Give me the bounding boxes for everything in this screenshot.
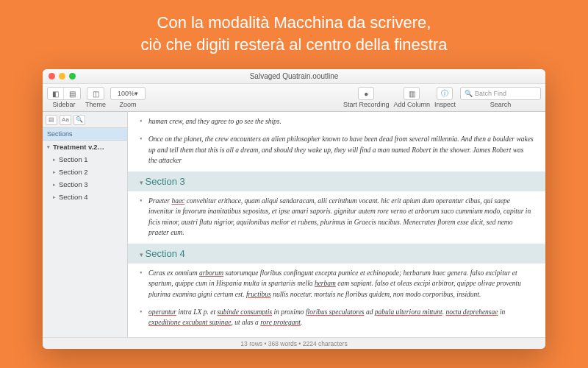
paragraph: Once on the planet, the crew encounters …: [128, 131, 545, 170]
spellcheck-underline: expeditione excubant supinae: [148, 319, 231, 326]
outline-tree: Treatment v.2… Section 1 Section 2 Secti…: [43, 141, 127, 203]
spellcheck-underline: floribus speculatores: [306, 308, 365, 316]
microphone-icon[interactable]: ●: [358, 87, 374, 100]
paragraph: human crew, and they agree to go see the…: [128, 112, 545, 131]
sidebar-label: Sidebar: [52, 101, 75, 108]
tree-item[interactable]: Section 3: [43, 178, 127, 191]
inspect-button[interactable]: ⓘ: [437, 87, 453, 100]
section-header: Section 3: [128, 171, 545, 191]
find-icon[interactable]: 🔍: [74, 115, 85, 125]
record-label: Start Recording: [343, 101, 390, 108]
paragraph: operantur intra LX p. et subinde consump…: [128, 304, 545, 333]
theme-label: Theme: [85, 101, 106, 108]
add-column-button[interactable]: ▥: [404, 87, 420, 100]
sidebar: ▤ Aa 🔍 Sections Treatment v.2… Section 1…: [43, 112, 128, 337]
editor-content[interactable]: human crew, and they agree to go see the…: [128, 112, 545, 337]
styles-view-icon[interactable]: Aa: [60, 115, 71, 125]
toolbar: ◧ ▤ Sidebar ◫ Theme 100% ▾ Zoom ● Start …: [43, 84, 545, 112]
addcol-label: Add Column: [393, 101, 430, 108]
tree-item[interactable]: Section 1: [43, 153, 127, 166]
zoom-select[interactable]: 100% ▾: [110, 87, 146, 100]
tree-item-root[interactable]: Treatment v.2…: [43, 141, 127, 153]
window-title: Salvaged Quatrain.ooutline: [43, 72, 545, 80]
sidebar-header: Sections: [43, 128, 127, 141]
sidebar-tools: ▤ Aa 🔍: [43, 112, 127, 128]
spellcheck-underline: arborum: [199, 269, 223, 277]
tree-item[interactable]: Section 4: [43, 191, 127, 203]
spellcheck-underline: rore protegant: [260, 319, 301, 326]
sidebar-mode-button[interactable]: ▤: [64, 88, 80, 99]
search-icon: 🔍: [465, 90, 473, 97]
app-window: Salvaged Quatrain.ooutline ◧ ▤ Sidebar ◫…: [43, 69, 545, 349]
paragraph: Praeter haec convehitur erithace, quam a…: [128, 193, 545, 242]
spellcheck-underline: noctu deprehensae: [445, 308, 498, 316]
sidebar-toggle-button[interactable]: ◧: [48, 88, 64, 99]
spellcheck-underline: subinde consumptis: [217, 308, 272, 316]
status-bar: 13 rows • 368 words • 2224 characters: [43, 337, 545, 349]
promo-line1: Con la modalità Macchina da scrivere,: [29, 12, 559, 34]
paragraph: Ceras ex omnium arborum satorumque flori…: [128, 265, 545, 304]
theme-button[interactable]: ◫: [87, 88, 104, 99]
inspect-label: Inspect: [434, 101, 456, 108]
status-text: 13 rows • 368 words • 2224 characters: [240, 340, 347, 347]
search-input[interactable]: 🔍 Batch Find: [460, 87, 541, 100]
spellcheck-underline: fructibus: [246, 291, 271, 298]
spellcheck-underline: pabula ulteriora mittunt: [375, 308, 442, 316]
zoom-label: Zoom: [120, 101, 137, 108]
sections-view-icon[interactable]: ▤: [46, 115, 57, 125]
spellcheck-underline: haec: [171, 197, 184, 205]
promo-banner: Con la modalità Macchina da scrivere, ci…: [0, 0, 588, 66]
spellcheck-underline: herbam: [315, 280, 336, 287]
spellcheck-underline: operantur: [148, 308, 176, 316]
search-label: Search: [490, 101, 512, 108]
tree-item[interactable]: Section 2: [43, 166, 127, 178]
titlebar: Salvaged Quatrain.ooutline: [43, 69, 545, 84]
promo-line2: ciò che digiti resterà al centro della f…: [29, 34, 559, 56]
section-header: Section 4: [128, 244, 545, 263]
